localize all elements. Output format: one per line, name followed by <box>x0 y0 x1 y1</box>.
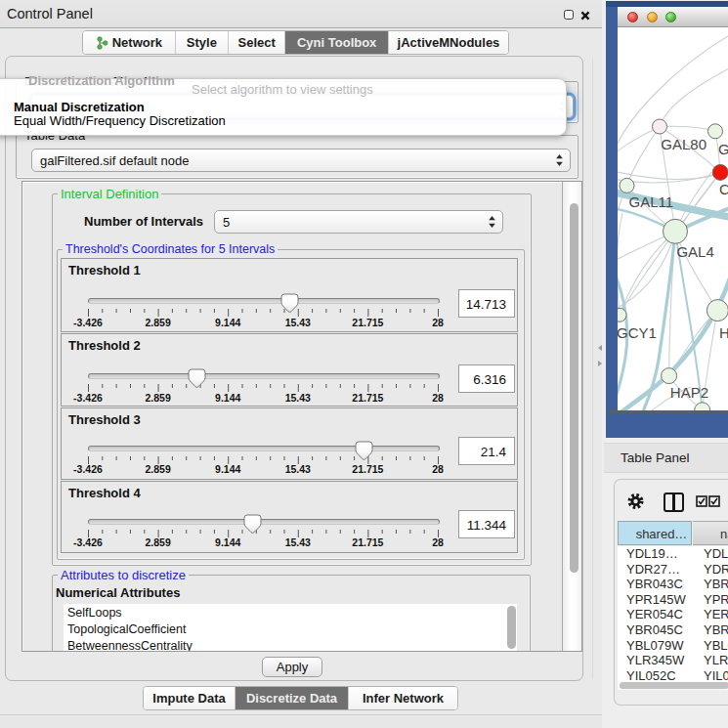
svg-text:GAL4: GAL4 <box>676 243 713 260</box>
svg-text:GCY1: GCY1 <box>618 324 657 341</box>
svg-text:GAL11: GAL11 <box>629 193 674 210</box>
svg-text:CYC8: CYC8 <box>719 181 728 197</box>
svg-text:HAP5: HAP5 <box>719 324 728 341</box>
svg-text:GAL80: GAL80 <box>661 136 707 152</box>
svg-text:HAP2: HAP2 <box>670 384 708 401</box>
svg-text:GAL2: GAL2 <box>718 141 728 157</box>
